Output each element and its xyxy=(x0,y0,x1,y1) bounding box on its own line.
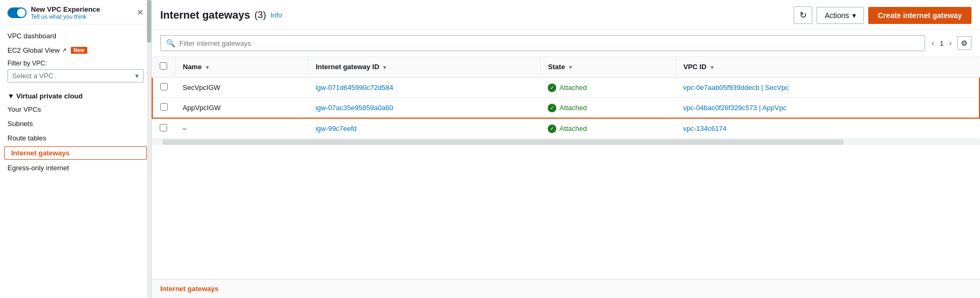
sidebar-scrollbar-thumb xyxy=(147,0,151,43)
vpc-filter-placeholder: Select a VPC xyxy=(12,72,53,80)
header-name: Name ▾ xyxy=(175,57,308,77)
header-actions: ↻ Actions ▾ Create internet gateway xyxy=(794,6,971,24)
status-text: Attached xyxy=(559,125,587,133)
sidebar-item-internet-gateways[interactable]: Internet gateways xyxy=(4,146,147,160)
search-input[interactable] xyxy=(179,39,919,47)
page-title: Internet gateways xyxy=(160,9,250,21)
table-row[interactable]: AppVpcIGW igw-07ac35e95859a0a60 ✓ Attach… xyxy=(152,98,979,119)
search-box: 🔍 xyxy=(160,35,925,51)
sidebar-toggle-title: New VPC Experience xyxy=(31,5,100,13)
status-icon: ✓ xyxy=(548,104,556,112)
bottom-bar[interactable]: Internet gateways xyxy=(152,279,980,298)
sidebar-item-label: Internet gateways xyxy=(11,149,70,157)
sidebar-item-route-tables[interactable]: Route tables xyxy=(0,131,151,145)
sort-icon[interactable]: ▾ xyxy=(711,64,713,70)
row-vpc-id[interactable]: vpc-0e7aab05f939ddecb | SecVpc xyxy=(676,77,979,98)
row-checkbox-cell xyxy=(152,77,175,98)
row-igw-id[interactable]: igw-07ac35e95859a0a60 xyxy=(308,98,540,119)
header-checkbox-col xyxy=(152,57,175,77)
sidebar-close-icon[interactable]: ✕ xyxy=(137,7,144,18)
filter-bar: 🔍 ‹ 1 › ⚙ xyxy=(152,30,980,57)
row-name: AppVpcIGW xyxy=(175,98,308,119)
new-badge: New xyxy=(71,47,87,54)
sidebar-nav: VPC dashboard EC2 Global View ↗ New Filt… xyxy=(0,24,151,179)
status-text: Attached xyxy=(559,84,587,92)
toggle-switch[interactable] xyxy=(7,7,27,18)
sidebar-item-label: Subnets xyxy=(7,120,33,128)
row-state: ✓ Attached xyxy=(540,98,676,119)
row-state: ✓ Attached xyxy=(540,77,676,98)
table-row[interactable]: SecVpcIGW igw-071d645990c72d584 ✓ Attach… xyxy=(152,77,979,98)
internet-gateways-table: Name ▾ Internet gateway ID ▾ State ▾ VPC… xyxy=(152,57,980,139)
row-igw-id[interactable]: igw-99c7eefd xyxy=(308,118,540,139)
row-checkbox-cell xyxy=(152,118,175,139)
actions-label: Actions xyxy=(825,11,849,20)
row-igw-id[interactable]: igw-071d645990c72d584 xyxy=(308,77,540,98)
prev-page-button[interactable]: ‹ xyxy=(929,37,936,49)
sidebar-item-label: EC2 Global View xyxy=(7,46,60,54)
bottom-label: Internet gateways xyxy=(160,285,219,293)
main-content: Internet gateways (3) Info ↻ Actions ▾ C… xyxy=(152,0,980,298)
next-page-button[interactable]: › xyxy=(947,37,954,49)
row-checkbox[interactable] xyxy=(160,83,168,90)
sort-icon[interactable]: ▾ xyxy=(383,64,386,70)
row-checkbox[interactable] xyxy=(160,103,168,111)
sidebar-item-egress-only[interactable]: Egress-only internet xyxy=(0,161,151,175)
sort-icon[interactable]: ▾ xyxy=(569,64,572,70)
sidebar-item-ec2-global-view[interactable]: EC2 Global View ↗ New xyxy=(0,43,151,57)
search-icon: 🔍 xyxy=(166,39,175,47)
select-all-checkbox[interactable] xyxy=(160,62,167,70)
refresh-icon: ↻ xyxy=(800,10,806,20)
actions-button[interactable]: Actions ▾ xyxy=(817,7,864,24)
vpc-experience-toggle[interactable]: New VPC Experience Tell us what you thin… xyxy=(7,5,100,20)
status-icon: ✓ xyxy=(548,125,556,133)
table-container: Name ▾ Internet gateway ID ▾ State ▾ VPC… xyxy=(152,57,980,279)
header-state: State ▾ xyxy=(540,57,676,77)
title-area: Internet gateways (3) Info xyxy=(160,9,282,21)
table-header-row: Name ▾ Internet gateway ID ▾ State ▾ VPC… xyxy=(152,57,979,77)
sidebar-item-label: Your VPCs xyxy=(7,105,41,113)
filter-by-vpc-section: Filter by VPC: Select a VPC ▾ xyxy=(0,57,151,87)
sidebar-item-subnets[interactable]: Subnets xyxy=(0,117,151,131)
row-checkbox-cell xyxy=(152,98,175,119)
sidebar-toggle-subtitle[interactable]: Tell us what you think xyxy=(31,13,100,20)
sidebar-scrollbar[interactable] xyxy=(147,0,151,298)
create-internet-gateway-button[interactable]: Create internet gateway xyxy=(868,7,971,24)
sidebar-header: New VPC Experience Tell us what you thin… xyxy=(0,0,151,24)
row-name: SecVpcIGW xyxy=(175,77,308,98)
refresh-button[interactable]: ↻ xyxy=(794,6,812,24)
status-text: Attached xyxy=(559,104,587,112)
sidebar-toggle-text: New VPC Experience Tell us what you thin… xyxy=(31,5,100,20)
row-checkbox[interactable] xyxy=(160,124,167,131)
sidebar-item-vpc-dashboard[interactable]: VPC dashboard xyxy=(0,29,151,43)
sidebar-item-label: VPC dashboard xyxy=(7,32,56,40)
scrollbar-thumb xyxy=(162,139,844,145)
header-igw-id: Internet gateway ID ▾ xyxy=(308,57,540,77)
page-number: 1 xyxy=(940,39,943,47)
settings-button[interactable]: ⚙ xyxy=(957,36,971,50)
vpc-filter-select[interactable]: Select a VPC ▾ xyxy=(7,69,144,82)
row-vpc-id[interactable]: vpc-04bac0f26f329c573 | AppVpc xyxy=(676,98,979,119)
chevron-down-icon: ▾ xyxy=(852,11,856,20)
sidebar-item-label: Egress-only internet xyxy=(7,164,69,172)
row-state: ✓ Attached xyxy=(540,118,676,139)
sidebar-item-label: Route tables xyxy=(7,134,46,142)
pagination-area: ‹ 1 › ⚙ xyxy=(929,36,971,50)
main-header: Internet gateways (3) Info ↻ Actions ▾ C… xyxy=(152,0,980,30)
sidebar: New VPC Experience Tell us what you thin… xyxy=(0,0,152,298)
table-row[interactable]: – igw-99c7eefd ✓ Attached vpc-134c6174 xyxy=(152,118,979,139)
sidebar-item-your-vpcs[interactable]: Your VPCs xyxy=(0,102,151,117)
row-vpc-id[interactable]: vpc-134c6174 xyxy=(676,118,979,139)
row-name: – xyxy=(175,118,308,139)
header-vpc-id: VPC ID ▾ xyxy=(676,57,979,77)
sidebar-section-vpc: ▼ Virtual private cloud xyxy=(0,87,151,102)
count-badge: (3) xyxy=(254,10,266,21)
sort-icon[interactable]: ▾ xyxy=(206,64,209,70)
info-link[interactable]: Info xyxy=(270,11,282,19)
filter-label: Filter by VPC: xyxy=(7,60,144,67)
external-link-icon: ↗ xyxy=(62,47,67,54)
chevron-down-icon: ▾ xyxy=(135,72,139,80)
table-body: SecVpcIGW igw-071d645990c72d584 ✓ Attach… xyxy=(152,77,979,139)
status-icon: ✓ xyxy=(548,84,556,92)
horizontal-scrollbar[interactable] xyxy=(152,139,980,145)
